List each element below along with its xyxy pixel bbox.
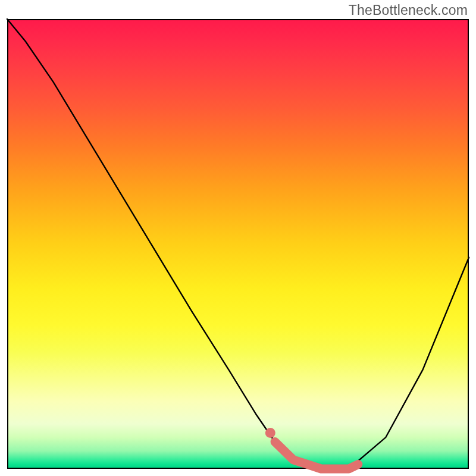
highlight-segment bbox=[275, 442, 358, 469]
highlight-dot bbox=[265, 428, 275, 438]
chart-frame bbox=[8, 20, 468, 468]
chart-area bbox=[7, 19, 469, 469]
curve-line bbox=[7, 19, 469, 469]
watermark-text: TheBottleneck.com bbox=[349, 2, 468, 18]
chart-svg bbox=[7, 19, 469, 469]
